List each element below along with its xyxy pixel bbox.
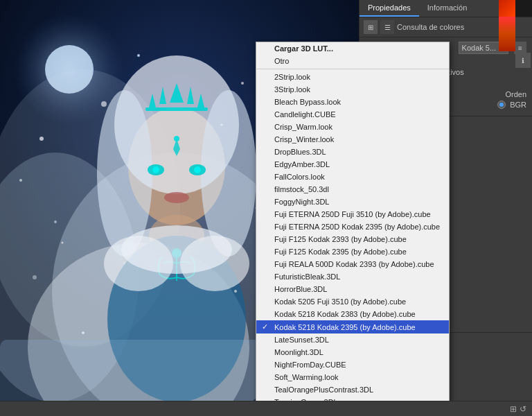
svg-rect-43 xyxy=(0,340,291,401)
color-swatches-area xyxy=(499,0,532,51)
svg-point-34 xyxy=(104,236,173,291)
orden-label: Orden xyxy=(505,90,526,98)
dropdown-item-cargar[interactable]: Cargar 3D LUT... xyxy=(256,42,449,55)
dropdown-item-bleach[interactable]: Bleach Bypass.look xyxy=(256,96,449,108)
dropdown-item-label: Soft_Warming.look xyxy=(274,373,339,381)
background-swatch[interactable] xyxy=(515,0,532,17)
dropdown-item-label: Moonlight.3DL xyxy=(274,348,323,356)
dropdown-item-filmstock[interactable]: filmstock_50.3dl xyxy=(256,183,449,196)
dropdown-item-label: 3Strip.look xyxy=(274,85,310,94)
dropdown-item-label: LateSunset.3DL xyxy=(274,336,329,344)
lut-dropdown-overlay: Cargar 3D LUT...Otro2Strip.look3Strip.lo… xyxy=(256,42,450,401)
bgr-radio[interactable] xyxy=(497,101,506,109)
dropdown-item-label: Fuji ETERNA 250D Fuji 3510 (by Adobe).cu… xyxy=(274,210,431,218)
dropdown-item-3strip[interactable]: 3Strip.look xyxy=(256,83,449,96)
dropdown-item-futuristic[interactable]: FuturisticBleak.3DL xyxy=(256,270,449,283)
dropdown-item-foggynight[interactable]: FoggyNight.3DL xyxy=(256,196,449,208)
right-panel: ℹ Propiedades Información » ≡ ⊞ ☰ Consul… xyxy=(359,0,532,401)
svg-point-42 xyxy=(62,242,64,244)
dropdown-item-latesunset[interactable]: LateSunset.3DL xyxy=(256,333,449,346)
gradient-swatch[interactable] xyxy=(499,17,515,51)
dropdown-item-edgyamber[interactable]: EdgyAmber.3DL xyxy=(256,158,449,171)
dropdown-item-label: Kodak 5218 Kodak 2395 (by Adobe).cube xyxy=(274,323,416,331)
dropdown-item-moonlight[interactable]: Moonlight.3DL xyxy=(256,346,449,358)
dropdown-item-label: Otro xyxy=(274,57,289,65)
check-mark: ✓ xyxy=(262,322,272,331)
dropdown-item-label: FallColors.look xyxy=(274,173,325,181)
dropdown-item-fujireala[interactable]: Fuji REALA 500D Kodak 2393 (by Adobe).cu… xyxy=(256,258,449,270)
dropdown-item-label: Fuji F125 Kodak 2395 (by Adobe).cube xyxy=(274,248,407,256)
dropdown-item-label: DropBlues.3DL xyxy=(274,148,326,156)
dropdown-item-label: Kodak 5205 Fuji 3510 (by Adobe).cube xyxy=(274,297,406,306)
dropdown-item-kodak5218kodak2383[interactable]: Kodak 5218 Kodak 2383 (by Adobe).cube xyxy=(256,308,449,320)
dropdown-item-label: FoggyNight.3DL xyxy=(274,198,330,206)
svg-point-27 xyxy=(194,166,201,173)
dropdown-item-tensiongreen[interactable]: TensionGreen.3DL xyxy=(256,396,449,401)
dropdown-item-label: Crisp_Winter.look xyxy=(274,135,334,144)
dropdown-item-kodak5205[interactable]: Kodak 5205 Fuji 3510 (by Adobe).cube xyxy=(256,295,449,308)
svg-point-36 xyxy=(241,82,244,85)
dropdown-item-horrorblue[interactable]: HorrorBlue.3DL xyxy=(256,283,449,295)
dropdown-item-crispwarm[interactable]: Crisp_Warm.look xyxy=(256,121,449,133)
dropdown-item-fujieterna250kodak[interactable]: Fuji ETERNA 250D Kodak 2395 (by Adobe).c… xyxy=(256,220,449,233)
dropdown-item-kodak5218kodak2395[interactable]: ✓Kodak 5218 Kodak 2395 (by Adobe).cube xyxy=(256,320,449,333)
svg-point-37 xyxy=(221,124,223,126)
swatch-row2 xyxy=(499,17,532,51)
dropdown-item-label: NightFromDay.CUBE xyxy=(274,361,346,369)
dropdown-item-softwarm[interactable]: Soft_Warming.look xyxy=(256,371,449,383)
dropdown-item-label: Fuji F125 Kodak 2393 (by Adobe).cube xyxy=(274,235,407,243)
dropdown-item-tealorange[interactable]: TealOrangePlusContrast.3DL xyxy=(256,383,449,396)
dropdown-item-crispwinter[interactable]: Crisp_Winter.look xyxy=(256,133,449,146)
list-view-button[interactable]: ☰ xyxy=(380,20,394,34)
swatch-row xyxy=(499,0,532,17)
svg-rect-23 xyxy=(145,107,208,111)
dropdown-item-otro[interactable]: Otro xyxy=(256,55,449,67)
bgr-label: BGR xyxy=(510,101,526,109)
dropdown-item-label: TensionGreen.3DL xyxy=(274,398,338,401)
lut-selected-label: Kodak 5... xyxy=(462,44,497,52)
dropdown-item-label: Fuji REALA 500D Kodak 2393 (by Adobe).cu… xyxy=(274,260,434,268)
svg-point-29 xyxy=(164,192,189,203)
dropdown-item-label: Crisp_Warm.look xyxy=(274,123,332,131)
foreground-swatch[interactable] xyxy=(499,0,515,17)
dropdown-divider xyxy=(256,69,449,69)
dropdown-item-label: filmstock_50.3dl xyxy=(274,185,329,193)
grid-view-button[interactable]: ⊞ xyxy=(364,20,378,34)
info-icon[interactable]: ℹ xyxy=(515,53,531,68)
dropdown-item-label: HorrorBlue.3DL xyxy=(274,285,327,293)
bottom-toolbar: ⊞ ↺ xyxy=(0,401,532,416)
dropdown-item-label: Candlelight.CUBE xyxy=(274,110,336,119)
mini-toolbar: ℹ xyxy=(515,53,531,68)
dropdown-item-nightfromday[interactable]: NightFromDay.CUBE xyxy=(256,358,449,371)
bottom-icons: ⊞ ↺ xyxy=(510,404,526,414)
dropdown-item-fujieterna250fuji[interactable]: Fuji ETERNA 250D Fuji 3510 (by Adobe).cu… xyxy=(256,208,449,220)
svg-point-28 xyxy=(174,136,179,141)
tab-propiedades[interactable]: Propiedades xyxy=(360,0,419,17)
tab-informacion[interactable]: Información xyxy=(419,0,475,17)
dropdown-item-label: 2Strip.look xyxy=(274,73,310,81)
dropdown-item-label: Fuji ETERNA 250D Kodak 2395 (by Adobe).c… xyxy=(274,223,440,231)
color-consult-label: Consulta de colores xyxy=(397,23,464,31)
svg-point-41 xyxy=(82,331,85,334)
svg-point-6 xyxy=(137,54,140,57)
dropdown-item-label: Kodak 5218 Kodak 2383 (by Adobe).cube xyxy=(274,310,416,318)
main-area: ⊞ ↺ ℹ Propiedades Información » xyxy=(0,0,532,401)
dropdown-item-fallcolors[interactable]: FallColors.look xyxy=(256,171,449,183)
svg-point-35 xyxy=(180,236,249,291)
dropdown-item-label: Bleach Bypass.look xyxy=(274,98,341,106)
dropdown-item-candlelight[interactable]: Candlelight.CUBE xyxy=(256,108,449,121)
dropdown-item-fujif125kodak2393[interactable]: Fuji F125 Kodak 2393 (by Adobe).cube xyxy=(256,233,449,245)
dropdown-item-dropblues[interactable]: DropBlues.3DL xyxy=(256,146,449,158)
dropdown-item-label: EdgyAmber.3DL xyxy=(274,160,330,168)
dropdown-item-label: TealOrangePlusContrast.3DL xyxy=(274,385,373,394)
dropdown-item-label: Cargar 3D LUT... xyxy=(274,44,333,53)
dropdown-item-2strip[interactable]: 2Strip.look xyxy=(256,71,449,83)
svg-point-26 xyxy=(152,166,159,173)
dropdown-item-fujif125kodak2395[interactable]: Fuji F125 Kodak 2395 (by Adobe).cube xyxy=(256,245,449,258)
svg-point-40 xyxy=(234,290,237,293)
bottom-icon-2[interactable]: ↺ xyxy=(520,404,526,414)
bottom-icon-1[interactable]: ⊞ xyxy=(510,404,517,414)
dropdown-items-container: Cargar 3D LUT...Otro2Strip.look3Strip.lo… xyxy=(256,42,449,401)
dropdown-item-label: FuturisticBleak.3DL xyxy=(274,272,340,281)
